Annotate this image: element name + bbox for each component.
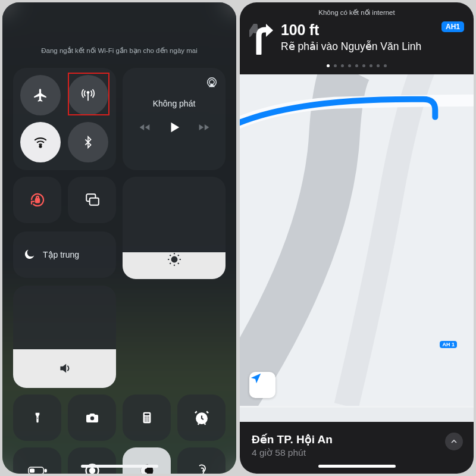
play-icon [168,120,181,134]
chevron-up-icon [449,437,459,446]
flashlight-button[interactable] [13,394,61,441]
control-center-screen: Đang ngắt kết nối Wi-Fi gần bạn cho đến … [2,2,236,474]
airplane-mode-toggle[interactable] [20,75,61,115]
screen-mirror-icon [83,192,101,208]
calculator-button[interactable] [123,394,171,441]
cellular-tower-icon [80,87,96,104]
next-track-icon [198,121,211,133]
svg-point-14 [146,416,148,418]
svg-point-13 [145,416,146,418]
destination-title: Đến TP. Hội An [252,433,462,446]
recenter-button[interactable] [249,372,275,398]
svg-rect-12 [144,414,149,415]
svg-point-10 [90,416,93,420]
brightness-slider[interactable] [123,177,226,279]
turn-right-icon [249,24,273,57]
nav-instruction: Rẽ phải vào Nguyễn Văn Linh [281,40,421,53]
wifi-disconnect-message: Đang ngắt kết nối Wi-Fi gần bạn cho đến … [13,46,226,55]
hearing-button[interactable] [177,447,226,474]
svg-point-8 [171,257,177,262]
svg-point-19 [145,421,146,422]
svg-point-17 [146,418,148,419]
dark-mode-icon [139,462,155,474]
svg-point-15 [148,416,149,418]
alarm-button[interactable] [177,394,226,441]
route-badge: AH1 [441,21,464,32]
svg-point-27 [89,468,95,474]
bluetooth-toggle[interactable] [68,122,108,162]
offline-message: Không có kết nối internet [249,8,464,17]
svg-point-16 [145,418,146,419]
airplay-icon [205,76,218,89]
nav-distance: 100 ft [281,21,421,39]
svg-rect-7 [89,198,98,205]
dark-mode-button[interactable] [123,447,171,474]
svg-point-1 [87,92,89,93]
destination-eta: 4 giờ 58 phút [252,447,462,458]
cellular-data-toggle[interactable] [68,75,108,115]
airplane-icon [33,87,48,103]
camera-icon [84,411,101,425]
wifi-icon [33,134,48,150]
nav-banner: Không có kết nối internet 100 ft Rẽ phải… [240,2,474,74]
location-arrow-icon [249,372,262,385]
svg-rect-25 [45,469,46,472]
screen-mirroring-button[interactable] [68,177,116,223]
rotation-lock-button[interactable] [13,177,61,223]
expand-card-button[interactable] [445,433,463,450]
svg-point-21 [148,421,149,422]
svg-point-20 [146,421,148,422]
screen-record-button[interactable] [68,447,116,474]
ear-icon [195,462,209,474]
wifi-toggle[interactable] [20,122,61,162]
destination-card[interactable]: Đến TP. Hội An 4 giờ 58 phút [240,422,474,474]
svg-point-18 [148,418,149,419]
low-power-button[interactable] [13,447,61,474]
brightness-icon [167,252,182,267]
moon-icon [23,248,36,261]
connectivity-group [13,68,116,170]
prev-track-icon [138,121,151,133]
svg-point-29 [145,468,149,472]
camera-button[interactable] [68,394,116,441]
focus-label: Tập trung [43,250,79,259]
record-icon [84,462,101,474]
map-canvas[interactable]: AH 1 [240,74,474,408]
volume-icon [57,361,73,376]
media-next-button[interactable] [198,121,211,136]
flashlight-icon [32,409,43,426]
home-indicator[interactable] [318,465,396,468]
bluetooth-icon [82,134,95,150]
media-play-button[interactable] [168,120,181,137]
media-playback-group: Không phát [123,68,226,170]
alarm-clock-icon [193,409,210,426]
nav-page-dots[interactable] [249,64,464,67]
media-title: Không phát [130,99,218,108]
map-route-badge: AH 1 [440,341,457,348]
media-prev-button[interactable] [138,121,151,136]
maps-navigation-screen: Không có kết nối internet 100 ft Rẽ phải… [240,2,474,474]
svg-point-9 [37,418,38,419]
volume-slider[interactable] [13,286,116,388]
svg-rect-24 [30,469,34,472]
svg-rect-5 [35,199,39,203]
low-power-icon [27,465,48,474]
focus-button[interactable]: Tập trung [13,231,116,278]
home-indicator[interactable] [81,465,158,468]
svg-point-2 [39,146,41,148]
rotation-lock-icon [29,191,46,209]
airplay-button[interactable] [205,76,218,92]
calculator-icon [140,409,154,426]
